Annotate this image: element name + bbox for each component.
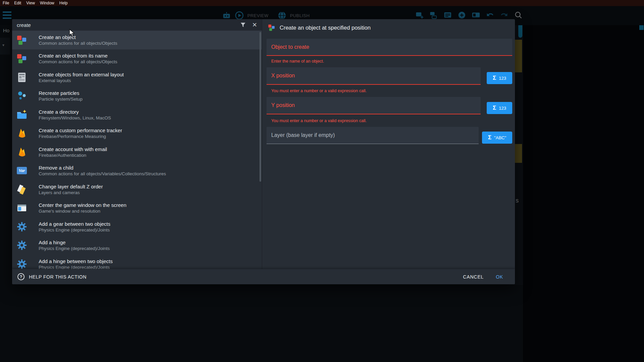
var-icon: Var — [16, 165, 27, 176]
action-category: Common actions for all objects/Objects — [39, 59, 117, 64]
help-for-action-button[interactable]: ? HELP FOR THIS ACTION — [17, 273, 86, 280]
app-window: File Edit View Window Help PREVIEW PUBLI… — [0, 0, 644, 362]
action-title: Create a custom performance tracker — [39, 128, 122, 133]
object-helper-text: Enter the name of an object. — [271, 59, 324, 64]
window-icon — [16, 203, 27, 213]
sigma-icon: Σ — [493, 75, 496, 81]
gear-icon — [16, 221, 27, 232]
layer-expression-label: "ABC" — [494, 135, 506, 140]
x-expression-label: 123 — [499, 76, 506, 81]
action-title: Add a hinge — [39, 240, 110, 245]
x-position-label: X position — [271, 73, 295, 79]
layer-label: Layer (base layer if empty) — [271, 132, 335, 138]
action-category: Firebase/Authentication — [39, 153, 107, 158]
filter-icon[interactable] — [240, 22, 246, 28]
action-list-item[interactable]: Change layer default Z orderLayers and c… — [12, 180, 262, 199]
close-icon[interactable]: ✕ — [252, 22, 257, 28]
action-list-item[interactable]: Create objects from an external layoutEx… — [12, 68, 262, 87]
action-title: Change layer default Z order — [39, 184, 103, 189]
menu-file[interactable]: File — [3, 1, 9, 5]
action-list-item[interactable]: Add a gear between two objectsPhysics En… — [12, 217, 262, 236]
action-category: Layers and cameras — [39, 190, 103, 195]
x-error-text: You must enter a number or a valid expre… — [271, 88, 367, 93]
action-list-item[interactable]: VarRemove a childCommon actions for all … — [12, 161, 262, 180]
menu-edit[interactable]: Edit — [14, 1, 21, 5]
action-config-panel: Create an object at specified position O… — [262, 19, 515, 269]
gear-icon — [16, 259, 27, 269]
help-label: HELP FOR THIS ACTION — [29, 274, 86, 280]
layout-icon — [16, 72, 27, 83]
search-input[interactable] — [17, 22, 240, 28]
action-list-item[interactable]: Create an object from its nameCommon act… — [12, 49, 262, 68]
y-position-label: Y position — [271, 102, 295, 108]
action-list-item[interactable]: Add a hinge between two objectsPhysics E… — [12, 255, 262, 269]
help-icon: ? — [17, 273, 25, 280]
action-list-item[interactable]: Create a directoryFilesystem/Windows, Li… — [12, 105, 262, 124]
search-header: ✕ — [12, 19, 262, 31]
objects-icon — [16, 35, 27, 45]
gear-icon — [16, 240, 27, 251]
ok-button[interactable]: OK — [496, 274, 503, 280]
y-error-text: You must enter a number or a valid expre… — [271, 118, 367, 123]
action-title: Create objects from an external layout — [39, 72, 124, 77]
firebase-icon — [16, 147, 27, 157]
objects-icon — [268, 24, 275, 31]
action-category: Common actions for all objects/Objects — [39, 41, 117, 46]
action-title: Create an object — [39, 34, 117, 40]
action-title: Center the game window on the screen — [39, 202, 126, 208]
sigma-icon: Σ — [488, 134, 491, 141]
sigma-icon: Σ — [493, 105, 496, 111]
action-config-title: Create an object at specified position — [280, 25, 371, 31]
action-list-item[interactable]: Add a hingePhysics Engine (deprecated)/J… — [12, 236, 262, 255]
folder-icon — [16, 109, 27, 120]
menu-window[interactable]: Window — [40, 1, 54, 5]
list-scrollbar[interactable] — [259, 32, 261, 182]
action-title: Recreate particles — [39, 90, 83, 96]
action-title: Create account with with email — [39, 146, 107, 152]
particles-icon — [16, 90, 27, 101]
action-category: Physics Engine (deprecated)/Joints — [39, 265, 113, 269]
action-list-item[interactable]: Center the game window on the screenGame… — [12, 199, 262, 218]
action-title: Create a directory — [39, 109, 111, 115]
action-category: Game's window and resolution — [39, 209, 126, 214]
action-title: Add a gear between two objects — [39, 221, 110, 227]
action-title: Add a hinge between two objects — [39, 258, 113, 264]
menu-bar: File Edit View Window Help — [0, 0, 644, 6]
action-list-panel: ✕ Create an objectCommon actions for all… — [12, 19, 262, 269]
y-position-field[interactable]: Y position — [267, 97, 481, 114]
firebase-icon — [16, 128, 27, 139]
action-list-item[interactable]: Create account with with emailFirebase/A… — [12, 143, 262, 161]
menu-view[interactable]: View — [26, 1, 35, 5]
layer-expression-button[interactable]: Σ "ABC" — [482, 132, 512, 144]
action-title: Create an object from its name — [39, 53, 117, 59]
layer-field[interactable]: Layer (base layer if empty) — [267, 127, 479, 144]
layers-icon — [16, 184, 27, 195]
dialog-footer: ? HELP FOR THIS ACTION CANCEL OK — [12, 269, 515, 284]
action-category: Firebase/Performance Measuring — [39, 134, 122, 139]
x-position-field[interactable]: X position — [267, 67, 481, 85]
action-category: External layouts — [39, 78, 124, 83]
y-expression-label: 123 — [499, 106, 506, 111]
action-category: Filesystem/Windows, Linux, MacOS — [39, 115, 111, 120]
action-list-item[interactable]: Create a custom performance trackerFireb… — [12, 124, 262, 143]
menu-help[interactable]: Help — [59, 1, 68, 5]
action-list-item[interactable]: Recreate particlesParticle system/Setup — [12, 87, 262, 106]
action-category: Common actions for all objects/Variables… — [39, 171, 166, 176]
action-list-item[interactable]: Create an objectCommon actions for all o… — [12, 31, 262, 49]
objects-icon — [16, 53, 27, 64]
action-list: Create an objectCommon actions for all o… — [12, 31, 262, 269]
object-to-create-label: Object to create — [271, 44, 309, 50]
cancel-button[interactable]: CANCEL — [463, 274, 484, 280]
action-title: Remove a child — [39, 165, 166, 171]
action-category: Physics Engine (deprecated)/Joints — [39, 227, 110, 232]
action-category: Physics Engine (deprecated)/Joints — [39, 246, 110, 251]
detail-header: Create an object at specified position — [268, 24, 371, 31]
y-expression-button[interactable]: Σ 123 — [487, 102, 512, 114]
x-expression-button[interactable]: Σ 123 — [487, 72, 512, 84]
object-to-create-field[interactable]: Object to create — [267, 39, 512, 56]
action-category: Particle system/Setup — [39, 97, 83, 102]
choose-action-dialog: ✕ Create an objectCommon actions for all… — [12, 19, 515, 284]
